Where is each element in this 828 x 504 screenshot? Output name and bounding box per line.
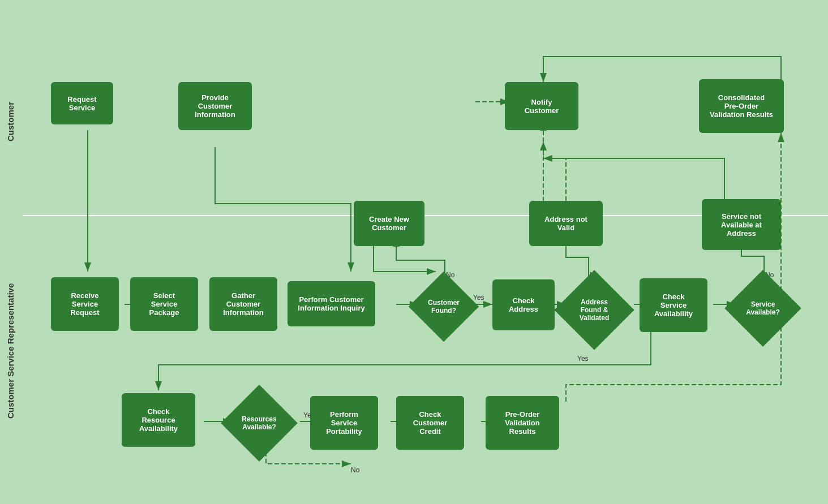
no-label-bottom: No	[351, 466, 360, 474]
notify-customer-node[interactable]: Notify Customer	[505, 82, 578, 130]
service-not-available-node[interactable]: Service not Available at Address	[702, 199, 781, 250]
customer-found-diamond[interactable]: Customer Found?	[409, 272, 479, 342]
swimlane-csr-label: Customer Service Representative	[6, 221, 15, 481]
service-available-diamond[interactable]: Service Available?	[724, 270, 801, 347]
select-service-package-node[interactable]: Select Service Package	[130, 277, 198, 331]
gather-customer-info-node[interactable]: Gather Customer Information	[209, 277, 277, 331]
check-service-availability-node[interactable]: Check Service Availability	[640, 278, 707, 332]
receive-service-request-node[interactable]: Receive Service Request	[51, 277, 119, 331]
diagram-container: Customer Customer Service Representative…	[0, 0, 828, 504]
request-service-node[interactable]: Request Service	[51, 82, 113, 124]
create-new-customer-node[interactable]: Create New Customer	[354, 201, 424, 246]
check-resource-availability-node[interactable]: Check Resource Availability	[122, 393, 195, 447]
yes-label-2: Yes	[577, 355, 589, 363]
address-found-validated-diamond[interactable]: Address Found & Validated	[554, 270, 634, 350]
resources-available-diamond[interactable]: Resources Available?	[221, 385, 298, 462]
check-customer-credit-node[interactable]: Check Customer Credit	[396, 396, 464, 450]
preorder-validation-node[interactable]: Pre-Order Validation Results	[486, 396, 559, 450]
consolidated-preorder-node[interactable]: Consolidated Pre-Order Validation Result…	[699, 79, 784, 133]
swimlane-customer-label: Customer	[6, 34, 15, 209]
check-address-node[interactable]: Check Address	[492, 279, 555, 330]
provide-customer-info-node[interactable]: Provide Customer Information	[178, 82, 252, 130]
yes-label-1: Yes	[473, 294, 484, 301]
address-not-valid-node[interactable]: Address not Valid	[529, 201, 603, 246]
perform-service-portability-node[interactable]: Perform Service Portability	[310, 396, 378, 450]
perform-customer-inquiry-node[interactable]: Perform Customer Information Inquiry	[288, 281, 375, 326]
